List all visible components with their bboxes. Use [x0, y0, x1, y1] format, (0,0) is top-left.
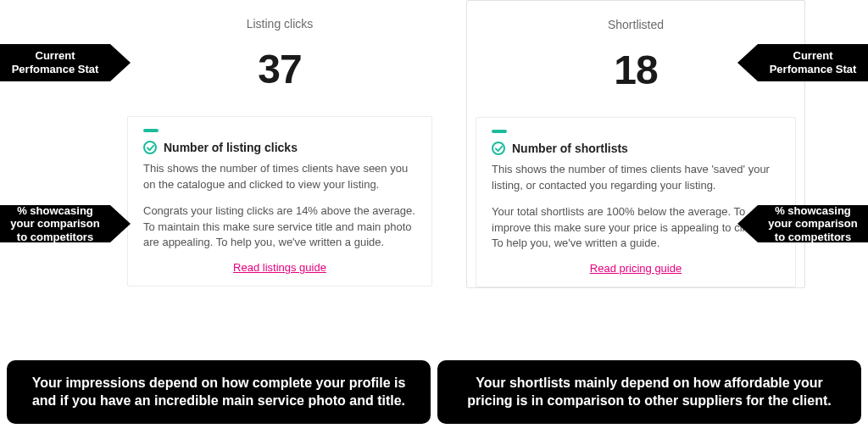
shortlisted-title: Shortlisted [476, 18, 796, 31]
callout-current-stat-right: Current Perfomance Stat [758, 44, 868, 81]
bottom-note-impressions: Your impressions depend on how complete … [7, 360, 431, 424]
bottom-note-shortlists: Your shortlists mainly depend on how aff… [437, 360, 861, 424]
shortlisted-card: Number of shortlists This shows the numb… [476, 117, 796, 287]
read-pricing-guide-link[interactable]: Read pricing guide [492, 262, 780, 275]
check-circle-icon [492, 142, 505, 155]
shortlisted-card-heading: Number of shortlists [512, 142, 628, 155]
listing-clicks-card: Number of listing clicks This shows the … [127, 116, 432, 287]
listing-clicks-card-p1: This shows the number of times clients h… [143, 161, 416, 193]
listing-clicks-card-p2: Congrats your listing clicks are 14% abo… [143, 203, 416, 252]
bottom-bars: Your impressions depend on how complete … [7, 360, 861, 424]
callout-comparison-right: % showcasing your comparison to competit… [758, 205, 868, 242]
listing-clicks-title: Listing clicks [127, 17, 432, 31]
callout-comparison-left: % showcasing your comparison to competit… [0, 205, 110, 242]
callout-label: Current Perfomance Stat [5, 49, 105, 75]
callout-current-stat-left: Current Perfomance Stat [0, 44, 110, 81]
shortlisted-card-p1: This shows the number of times clients h… [492, 162, 780, 194]
callout-label: % showcasing your comparison to competit… [763, 204, 863, 244]
read-listings-guide-link[interactable]: Read listings guide [143, 261, 416, 274]
listing-clicks-card-heading: Number of listing clicks [164, 141, 298, 154]
listing-clicks-value: 37 [127, 46, 432, 92]
card-accent [143, 129, 159, 132]
callout-label: % showcasing your comparison to competit… [5, 204, 105, 244]
check-circle-icon [143, 141, 157, 154]
callout-label: Current Perfomance Stat [763, 49, 863, 75]
card-accent [492, 130, 507, 133]
listing-clicks-panel: Listing clicks 37 Number of listing clic… [127, 8, 432, 287]
shortlisted-card-p2: Your total shortlists are 100% below the… [492, 204, 780, 253]
